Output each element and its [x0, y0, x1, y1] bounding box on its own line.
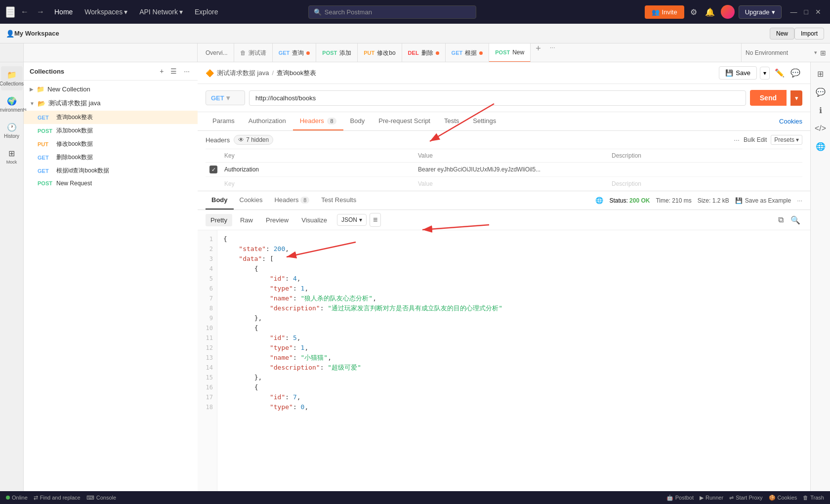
format-selector[interactable]: JSON ▾: [337, 214, 367, 226]
collections-more-button[interactable]: ···: [182, 66, 192, 76]
visualize-button[interactable]: Visualize: [296, 214, 332, 226]
tab-post-add[interactable]: POST 添加: [316, 43, 358, 62]
header-empty-desc[interactable]: Description: [609, 179, 802, 188]
tab-post-new[interactable]: POST New: [489, 43, 531, 62]
runner-button[interactable]: ▶ Runner: [700, 495, 723, 501]
rs-globe-button[interactable]: 🌐: [813, 139, 829, 154]
rs-comments-button[interactable]: 💬: [813, 84, 829, 100]
resp-tab-body[interactable]: Body: [206, 191, 234, 210]
api-network-menu[interactable]: API Network ▾: [135, 6, 187, 18]
forward-button[interactable]: →: [35, 5, 46, 18]
maximize-button[interactable]: □: [801, 6, 811, 18]
request-get-byid[interactable]: GET 根据id查询book数据: [24, 164, 198, 177]
new-button[interactable]: New: [770, 28, 794, 40]
request-post-add[interactable]: POST 添加book数据: [24, 124, 198, 137]
tab-settings[interactable]: Settings: [466, 112, 503, 130]
header-empty-value[interactable]: Value: [415, 179, 609, 188]
sidebar-item-mock[interactable]: ⊞ Mock: [1, 145, 23, 168]
tab-overview[interactable]: Overvi...: [200, 43, 234, 62]
trash-button[interactable]: 🗑 Trash: [803, 495, 824, 501]
send-dropdown-button[interactable]: ▾: [790, 90, 802, 106]
sidebar-item-collections[interactable]: 📁 Collections: [1, 66, 23, 90]
preview-button[interactable]: Preview: [261, 214, 293, 226]
more-tabs-button[interactable]: ···: [546, 43, 559, 62]
request-put-modify[interactable]: PUT 修改book数据: [24, 137, 198, 151]
hidden-headers-badge[interactable]: 👁 7 hidden: [234, 135, 273, 145]
find-replace-button[interactable]: ⇄ Find and replace: [34, 495, 81, 501]
upgrade-button[interactable]: Upgrade ▾: [739, 5, 782, 19]
tab-put-modify[interactable]: PUT 修改bo: [358, 43, 402, 62]
resp-tab-headers[interactable]: Headers 8: [268, 191, 315, 210]
invite-button[interactable]: 👥 Invite: [645, 5, 684, 19]
add-tab-button[interactable]: +: [531, 43, 546, 62]
tab-del-delete[interactable]: DEL 删除: [402, 43, 446, 62]
tab-dot-get2: [479, 51, 483, 55]
settings-button[interactable]: ⚙: [688, 5, 699, 19]
cookies-bottom-button[interactable]: 🍪 Cookies: [769, 495, 797, 501]
save-button[interactable]: 💾 Save: [719, 66, 757, 80]
send-button[interactable]: Send: [750, 90, 787, 106]
pretty-button[interactable]: Pretty: [206, 214, 232, 226]
breadcrumb-current: 查询book整表: [277, 69, 316, 78]
edit-icon[interactable]: ✏️: [773, 66, 787, 80]
workspaces-menu[interactable]: Workspaces ▾: [81, 6, 131, 18]
headers-more-icon[interactable]: ···: [734, 136, 740, 144]
presets-button[interactable]: Presets ▾: [771, 135, 802, 145]
wrap-lines-button[interactable]: ≡: [370, 213, 381, 227]
env-settings-icon[interactable]: ⊞: [820, 49, 826, 57]
raw-button[interactable]: Raw: [235, 214, 258, 226]
bulk-edit-button[interactable]: Bulk Edit: [744, 136, 767, 143]
header-checkbox[interactable]: [209, 166, 217, 173]
new-collection-item[interactable]: ▶ 📁 New Collection: [24, 83, 198, 96]
sidebar-item-history[interactable]: 🕐 History: [1, 119, 23, 143]
console-button[interactable]: ⌨ Console: [86, 495, 116, 501]
tab-get-query[interactable]: GET 查询: [273, 43, 317, 62]
resp-tab-cookies[interactable]: Cookies: [234, 191, 269, 210]
search-body-button[interactable]: 🔍: [788, 213, 802, 227]
tab-pre-script[interactable]: Pre-request Script: [372, 112, 437, 130]
filter-collections-button[interactable]: ☰: [168, 66, 179, 76]
tab-params[interactable]: Params: [206, 112, 242, 130]
import-button[interactable]: Import: [794, 28, 824, 40]
rs-info-button[interactable]: ℹ: [816, 103, 825, 118]
header-empty-key[interactable]: Key: [221, 179, 415, 188]
request-get-delete[interactable]: GET 删除book数据: [24, 151, 198, 164]
start-proxy-button[interactable]: ⇌ Start Proxy: [729, 495, 762, 501]
search-box[interactable]: 🔍 Search Postman: [308, 5, 476, 19]
response-more-button[interactable]: ···: [797, 197, 802, 204]
save-example-button[interactable]: 💾 Save as Example: [735, 197, 791, 204]
tab-headers[interactable]: Headers 8: [293, 112, 343, 130]
java-collection-item[interactable]: ▼ 📂 测试请求数据 java: [24, 96, 198, 111]
rs-code-button[interactable]: </>: [812, 121, 829, 136]
method-selector[interactable]: GET ▾: [206, 90, 245, 105]
save-dropdown-button[interactable]: ▾: [760, 67, 770, 80]
close-button[interactable]: ✕: [812, 6, 824, 18]
minimize-button[interactable]: —: [788, 6, 800, 18]
sidebar-item-environments[interactable]: 🌍 Environments: [1, 92, 23, 117]
rs-cookies-button[interactable]: ⊞: [814, 66, 827, 82]
environment-selector[interactable]: No Environment ▾ ⊞: [741, 43, 830, 62]
avatar[interactable]: [721, 5, 735, 19]
hamburger-menu[interactable]: ☰: [6, 6, 15, 18]
tab-body[interactable]: Body: [343, 112, 372, 130]
resp-tab-test-results[interactable]: Test Results: [315, 191, 362, 210]
back-button[interactable]: ←: [19, 5, 31, 18]
notifications-button[interactable]: 🔔: [703, 5, 717, 19]
breadcrumb-parent[interactable]: 测试请求数据 java: [217, 69, 269, 78]
explore-link[interactable]: Explore: [191, 6, 222, 18]
request-get-query[interactable]: GET 查询book整表: [24, 111, 198, 124]
copy-button[interactable]: ⧉: [776, 213, 786, 227]
comment-icon[interactable]: 💬: [788, 66, 802, 80]
header-key-auth: Authorization: [221, 165, 415, 174]
request-post-new[interactable]: POST New Request: [24, 177, 198, 189]
home-link[interactable]: Home: [50, 6, 77, 18]
tab-get-byid[interactable]: GET 根据: [446, 43, 490, 62]
add-collection-button[interactable]: +: [158, 66, 166, 76]
breadcrumb-icon: 🔶: [206, 69, 214, 77]
cookies-link[interactable]: Cookies: [779, 118, 802, 125]
tab-ceshi[interactable]: 🗑 测试请: [234, 43, 273, 62]
tab-authorization[interactable]: Authorization: [242, 112, 293, 130]
url-input[interactable]: [249, 90, 746, 106]
postbot-button[interactable]: 🤖 Postbot: [666, 495, 694, 501]
tab-tests[interactable]: Tests: [437, 112, 466, 130]
